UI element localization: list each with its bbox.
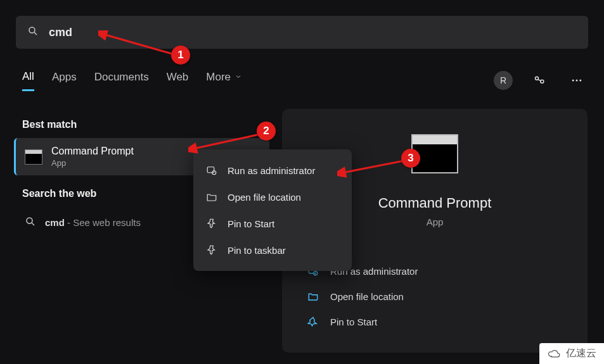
ctx-open-file-location[interactable]: Open file location xyxy=(193,184,352,210)
svg-point-7 xyxy=(27,218,32,223)
more-options-icon[interactable] xyxy=(567,71,586,90)
ctx-run-as-administrator[interactable]: Run as administrator xyxy=(193,157,352,184)
ctx-run-admin-label: Run as administrator xyxy=(228,165,315,176)
tab-all[interactable]: All xyxy=(22,70,34,91)
web-result-query: cmd xyxy=(45,217,65,228)
svg-point-4 xyxy=(572,80,574,82)
tab-more-label: More xyxy=(206,71,231,84)
svg-line-15 xyxy=(342,160,407,173)
svg-line-13 xyxy=(103,34,174,54)
annotation-arrow-1 xyxy=(98,30,181,62)
svg-line-14 xyxy=(193,134,263,149)
preview-pin-start-label: Pin to Start xyxy=(330,317,377,327)
tab-web[interactable]: Web xyxy=(167,71,189,90)
tab-more[interactable]: More xyxy=(206,71,242,90)
ctx-pin-to-start[interactable]: Pin to Start xyxy=(193,210,352,237)
ctx-open-loc-label: Open file location xyxy=(228,192,301,203)
user-avatar[interactable]: R xyxy=(494,71,513,90)
svg-line-8 xyxy=(32,223,34,225)
svg-point-0 xyxy=(29,27,35,33)
ctx-pin-taskbar-label: Pin to taskbar xyxy=(228,245,286,256)
preview-title: Command Prompt xyxy=(378,195,492,211)
web-result-suffix: - See web results xyxy=(65,217,141,228)
preview-pin-to-start[interactable]: Pin to Start xyxy=(307,316,588,327)
search-icon xyxy=(25,216,36,229)
chevron-down-icon xyxy=(235,71,242,84)
cloud-icon xyxy=(547,348,562,360)
best-match-title: Command Prompt xyxy=(51,146,134,157)
watermark-text: 亿速云 xyxy=(566,347,596,360)
tab-documents[interactable]: Documents xyxy=(94,71,149,90)
share-icon[interactable] xyxy=(530,71,549,90)
annotation-badge-1: 1 xyxy=(171,46,190,65)
tab-apps[interactable]: Apps xyxy=(52,71,77,90)
annotation-badge-2: 2 xyxy=(257,122,276,141)
preview-open-loc-label: Open file location xyxy=(330,291,404,302)
command-prompt-icon xyxy=(25,149,42,165)
svg-rect-11 xyxy=(207,167,214,173)
preview-subtitle: App xyxy=(427,217,444,227)
ctx-pin-to-taskbar[interactable]: Pin to taskbar xyxy=(193,237,352,263)
svg-point-3 xyxy=(541,80,544,83)
svg-point-5 xyxy=(576,80,578,82)
search-icon xyxy=(27,25,39,39)
annotation-badge-3: 3 xyxy=(401,149,420,168)
watermark: 亿速云 xyxy=(539,343,604,364)
svg-point-6 xyxy=(579,80,581,82)
search-tabs: All Apps Documents Web More R xyxy=(22,68,586,92)
context-menu: Run as administrator Open file location … xyxy=(193,149,352,271)
preview-open-file-location[interactable]: Open file location xyxy=(307,291,588,302)
svg-line-1 xyxy=(34,32,37,35)
ctx-pin-start-label: Pin to Start xyxy=(228,218,274,229)
best-match-subtitle: App xyxy=(51,158,134,168)
